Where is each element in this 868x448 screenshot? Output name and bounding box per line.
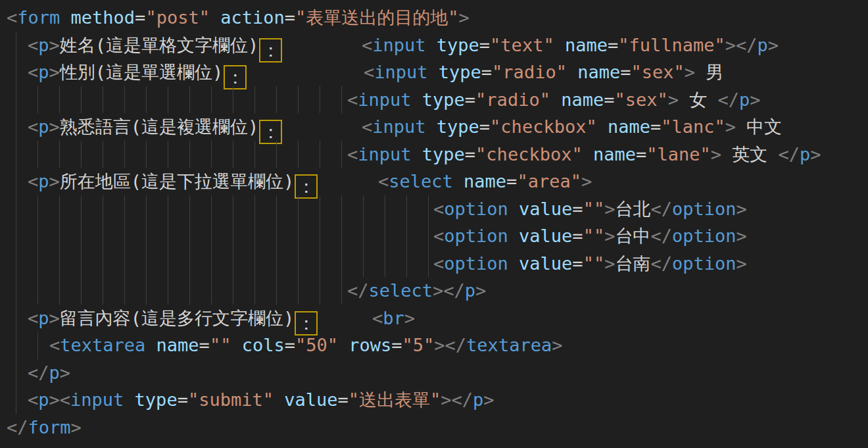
code-line: </p> xyxy=(0,359,868,387)
code-token-punctuation: > xyxy=(49,62,60,82)
indent-guide xyxy=(189,222,190,250)
indent-guide xyxy=(385,250,385,278)
code-token-punctuation: < xyxy=(433,226,444,246)
indent-guide xyxy=(276,222,277,250)
code-token-tag: input xyxy=(358,144,411,164)
code-token-tag: option xyxy=(444,253,508,274)
code-token-text xyxy=(554,35,565,55)
code-line: <form method="post" action="表單送出的目的地"> xyxy=(0,4,868,32)
indent-guide xyxy=(254,222,255,250)
code-token-punctuation: > xyxy=(736,253,746,274)
indent-guide xyxy=(341,141,342,168)
indent-guide xyxy=(146,222,147,250)
code-token-punctuation: > xyxy=(475,280,486,301)
code-token-string: "表單送出的目的地" xyxy=(295,7,459,28)
code-token-punctuation: < xyxy=(28,308,38,328)
indent-guide xyxy=(16,86,16,114)
indent-guide xyxy=(37,332,38,359)
code-token-string: "fullname" xyxy=(618,35,725,55)
code-line: </form> xyxy=(0,414,868,441)
code-token-attribute: type xyxy=(439,62,481,82)
indent-guide xyxy=(124,277,125,305)
code-token-punctuation: > xyxy=(685,62,695,82)
code-segment: <input type="checkbox" name="lane"> 英文 <… xyxy=(347,141,821,168)
code-token-text: = xyxy=(465,144,475,164)
code-segment: <input type="radio" name="sex"> 女 </p> xyxy=(347,86,761,114)
code-token-punctuation: < xyxy=(347,89,358,110)
indent-guide xyxy=(276,277,277,305)
code-token-text xyxy=(274,389,284,410)
code-token-punctuation: > xyxy=(483,389,494,410)
code-token-text: 所在地區(這是下拉選單欄位) xyxy=(60,171,295,191)
code-token-tag: textarea xyxy=(466,335,552,355)
code-token-punctuation: > xyxy=(60,362,70,383)
indent-guide xyxy=(124,222,125,250)
indent-guide xyxy=(428,250,429,278)
indent-guide xyxy=(16,277,16,305)
indent-guide xyxy=(254,250,255,278)
code-editor[interactable]: <form method="post" action="表單送出的目的地"><p… xyxy=(0,0,868,448)
indent-guide xyxy=(168,277,168,305)
code-token-text: = xyxy=(465,89,475,110)
indent-guide xyxy=(16,359,16,387)
code-token-text: = xyxy=(604,89,614,110)
indent-guide xyxy=(16,168,16,195)
code-token-attribute: rows xyxy=(349,335,391,355)
indent-guide xyxy=(276,250,277,278)
indent-guide xyxy=(81,86,82,114)
indent-guide xyxy=(341,250,342,278)
indent-guide xyxy=(81,277,82,305)
code-token-tag: p xyxy=(49,362,60,383)
code-token-attribute: name xyxy=(464,171,506,191)
code-token-attribute: name xyxy=(565,35,608,55)
code-token-attribute: value xyxy=(519,199,572,219)
code-token-text: = xyxy=(391,335,402,355)
indent-guide xyxy=(189,195,190,223)
code-token-tag: select xyxy=(389,171,453,191)
code-token-string: "" xyxy=(583,253,605,274)
code-token-tag: option xyxy=(672,226,736,246)
code-token-punctuation: < xyxy=(362,116,372,137)
code-token-text xyxy=(550,89,561,110)
indent-guide xyxy=(406,250,407,278)
code-token-text xyxy=(508,199,519,219)
code-token-string: "" xyxy=(210,335,231,355)
code-token-text: 姓名(這是單格文字欄位) xyxy=(60,35,259,55)
code-token-string: "checkbox" xyxy=(475,144,583,164)
code-token-text xyxy=(567,62,577,82)
code-token-text: = xyxy=(620,62,631,82)
indent-guide xyxy=(59,141,60,168)
code-token-text: 英文 xyxy=(721,144,779,164)
code-token-text: = xyxy=(572,253,583,274)
code-token-tag: option xyxy=(444,199,508,219)
code-token-attribute: name xyxy=(593,144,636,164)
indent-guide xyxy=(37,86,38,114)
indent-guide xyxy=(16,250,16,278)
code-token-string: "checkbox" xyxy=(490,116,597,137)
indent-guide xyxy=(298,195,299,223)
code-token-text: = xyxy=(338,389,349,410)
indent-guide xyxy=(298,86,299,114)
indent-guide xyxy=(189,277,190,305)
code-segment: <p>留言內容(這是多行文字欄位)： xyxy=(28,305,318,336)
indent-guide xyxy=(16,195,16,223)
code-token-tag: br xyxy=(383,308,404,328)
code-token-text: = xyxy=(199,335,210,355)
code-token-punctuation: </ xyxy=(443,280,465,301)
indent-guide xyxy=(37,277,38,305)
code-token-text xyxy=(338,335,349,355)
code-token-text xyxy=(453,171,464,191)
indent-guide xyxy=(233,277,233,305)
code-segment: <input type="text" name="fullname"></p> xyxy=(362,32,779,59)
indent-guide xyxy=(16,222,16,250)
indent-guide xyxy=(168,195,168,223)
code-token-text: = xyxy=(479,116,490,137)
indent-guide xyxy=(16,113,16,141)
indent-guide xyxy=(37,222,38,250)
code-token-attribute: type xyxy=(437,116,479,137)
indent-guide xyxy=(146,277,147,305)
indent-guide xyxy=(298,141,299,168)
indent-guide xyxy=(320,141,320,168)
code-token-string: "lane" xyxy=(646,144,711,164)
code-token-punctuation: > xyxy=(725,35,736,55)
